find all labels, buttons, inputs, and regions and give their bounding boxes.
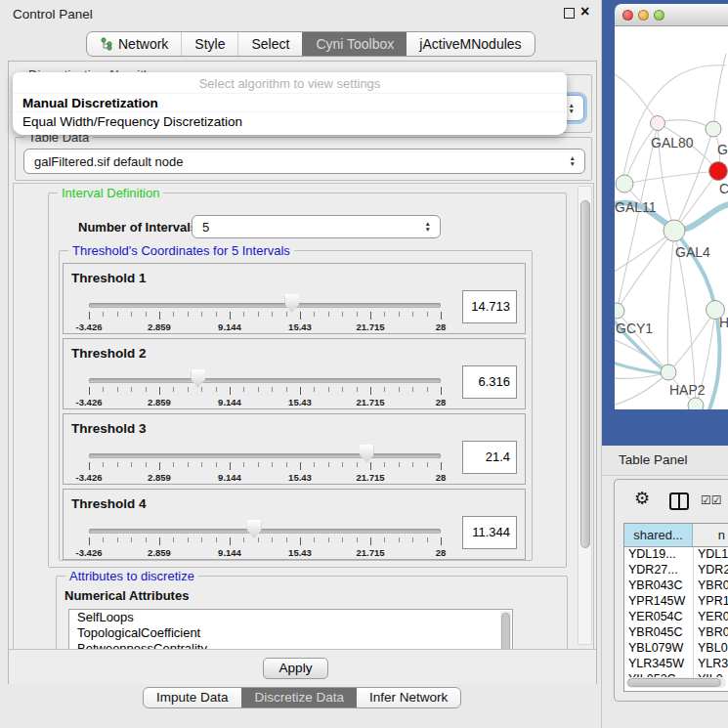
table-horizontal-scrollbar-thumb[interactable] [627, 678, 721, 687]
algorithm-placeholder: Select algorithm to view settings [13, 72, 567, 93]
close-icon[interactable]: × [580, 2, 589, 21]
slider-major-ticks [89, 537, 442, 545]
thresholds-group: Threshold's Coordinates for 5 Intervals … [59, 250, 533, 561]
tab-discretize-data[interactable]: Discretize Data [241, 688, 358, 707]
threshold-3-label: Threshold 3 [71, 421, 147, 436]
node-gal80 [651, 116, 665, 131]
tab-select[interactable]: Select [237, 32, 302, 56]
threshold-1-value-field[interactable]: 14.713 [462, 290, 517, 323]
slider-track [89, 529, 441, 534]
node-label-gal4: GAL4 [675, 244, 710, 260]
table-header-row: shared... n [624, 524, 728, 547]
select-columns-icon[interactable]: ☑☑ [701, 493, 722, 507]
control-panel-window: Control Panel × Network Style Select Cyn… [0, 0, 602, 728]
numerical-attributes-label: Numerical Attributes [64, 588, 189, 603]
interval-definition-title: Interval Definition [58, 186, 163, 200]
slider-major-ticks [89, 462, 442, 470]
table-horizontal-scrollbar[interactable] [626, 677, 726, 688]
node-gal11 [616, 175, 633, 193]
combobox-stepper-icon: ▲▼ [569, 103, 575, 114]
algorithm-option-equal-width[interactable]: Equal Width/Frequency Discretization [13, 111, 567, 130]
number-of-intervals-combobox[interactable]: 5 ▲▼ [192, 215, 441, 238]
slider-thumb[interactable] [191, 369, 205, 388]
node-label-gal11: GAL11 [615, 199, 657, 215]
list-item[interactable]: TopologicalCoefficient [69, 625, 512, 641]
table-data-combobox[interactable]: galFiltered.sif default node ▲▼ [23, 149, 585, 174]
gear-icon[interactable]: ⚙ [634, 488, 650, 509]
thresholds-group-title: Threshold's Coordinates for 5 Intervals [68, 243, 294, 258]
numerical-attributes-list[interactable]: SelfLoops TopologicalCoefficient Between… [68, 609, 513, 650]
number-of-intervals-label: Number of Intervals [78, 220, 197, 235]
table-row[interactable]: YDL19...YDL1 [624, 547, 728, 563]
tab-impute-data[interactable]: Impute Data [144, 688, 241, 707]
node-attribute-table: shared... n YDL19...YDL1 YDR27...YDR2 YB… [623, 523, 728, 692]
attributes-group: Attributes to discretize Numerical Attri… [56, 576, 568, 650]
list-scrollbar[interactable] [500, 611, 511, 650]
node-label-hap2: HAP2 [669, 382, 706, 398]
threshold-4-box: Threshold 4 -3.4262.859 9.14415.43 21.71… [63, 489, 526, 560]
slider-tick-labels: -3.4262.859 9.14415.43 21.71528 [89, 547, 441, 559]
table-row[interactable]: YPR145WYPR1 [624, 594, 728, 610]
threshold-4-value-field[interactable]: 11.344 [462, 516, 517, 549]
threshold-3-slider[interactable]: -3.4262.859 9.14415.43 21.71528 [89, 451, 441, 481]
window-title: Control Panel [13, 7, 93, 21]
close-traffic-light-icon[interactable] [622, 10, 633, 21]
node-gal4 [664, 220, 685, 241]
zoom-traffic-light-icon[interactable] [654, 10, 664, 21]
column-header-name[interactable]: n [693, 524, 728, 546]
tab-jactivemnodules[interactable]: jActiveMNodules [407, 32, 534, 56]
network-window-titlebar[interactable] [615, 4, 728, 26]
table-data-group: Table Data galFiltered.sif default node … [15, 137, 592, 181]
slider-tick-labels: -3.4262.859 9.14415.43 21.71528 [89, 472, 441, 484]
threshold-2-value-field[interactable]: 6.316 [462, 365, 517, 399]
table-row[interactable]: YBR045CYBR0 [624, 625, 728, 641]
threshold-2-box: Threshold 2 -3.4262.859 9.14415.43 21.71… [63, 338, 526, 409]
node-label-g: G. [717, 142, 728, 157]
cyni-toolbox-panel: Discretization Algorithm ▲▼ Select algor… [8, 61, 597, 684]
table-row[interactable]: YLR345WYLR3 [624, 657, 728, 672]
tab-cyni-toolbox[interactable]: Cyni Toolbox [302, 32, 407, 56]
slider-major-ticks [89, 387, 442, 395]
threshold-3-box: Threshold 3 -3.4262.859 9.14415.43 21.71… [63, 413, 526, 485]
threshold-3-value-field[interactable]: 21.4 [462, 441, 517, 474]
threshold-4-slider[interactable]: -3.4262.859 9.14415.43 21.71528 [89, 527, 441, 556]
network-view-window: GAL80 G. GAL11 C GAL4 GCY1 H HAP2 [615, 4, 728, 409]
node-hap2 [661, 364, 676, 380]
node-bottom [688, 398, 704, 409]
table-row[interactable]: YER054CYER0 [624, 610, 728, 625]
table-row[interactable]: YBL079WYBL0 [624, 641, 728, 657]
node-top-right [706, 121, 721, 137]
threshold-1-slider[interactable]: -3.4262.859 9.14415.43 21.71528 [89, 301, 441, 330]
network-canvas[interactable]: GAL80 G. GAL11 C GAL4 GCY1 H HAP2 [615, 26, 728, 409]
table-row[interactable]: YBR043CYBR0 [624, 578, 728, 594]
tab-network[interactable]: Network [87, 32, 181, 56]
slider-thumb[interactable] [284, 294, 299, 313]
column-header-shared-name[interactable]: shared... [624, 524, 693, 546]
float-window-icon[interactable] [564, 8, 575, 19]
list-item[interactable]: SelfLoops [69, 610, 512, 625]
apply-button[interactable]: Apply [263, 658, 328, 679]
split-columns-icon[interactable] [669, 492, 689, 510]
apply-row: Apply [9, 649, 596, 684]
slider-track [89, 453, 441, 458]
node-label-h: H [719, 315, 728, 330]
panel-scrollbar[interactable] [578, 186, 592, 645]
table-panel-title: Table Panel [619, 452, 688, 467]
threshold-1-box: Threshold 1 -3.4262.859 9.14415.43 21.71… [63, 263, 526, 334]
slider-thumb[interactable] [360, 445, 374, 463]
table-row[interactable]: YDR27...YDR2 [624, 563, 728, 578]
slider-thumb[interactable] [247, 520, 262, 538]
tab-network-label: Network [118, 32, 168, 56]
list-scrollbar-thumb[interactable] [501, 613, 510, 650]
slider-tick-labels: -3.4262.859 9.14415.43 21.71528 [89, 397, 441, 408]
threshold-2-slider[interactable]: -3.4262.859 9.14415.43 21.71528 [89, 376, 441, 406]
combobox-stepper-icon: ▲▼ [425, 221, 431, 233]
bottom-tab-bar: Impute Data Discretize Data Infer Networ… [143, 687, 461, 708]
algorithm-option-manual[interactable]: Manual Discretization [13, 93, 567, 111]
attributes-group-title: Attributes to discretize [65, 569, 198, 583]
panel-scrollbar-thumb[interactable] [580, 200, 590, 548]
tab-infer-network[interactable]: Infer Network [357, 688, 460, 707]
tab-style[interactable]: Style [181, 32, 237, 56]
minimize-traffic-light-icon[interactable] [638, 10, 649, 21]
node-label-c: C [719, 181, 728, 196]
